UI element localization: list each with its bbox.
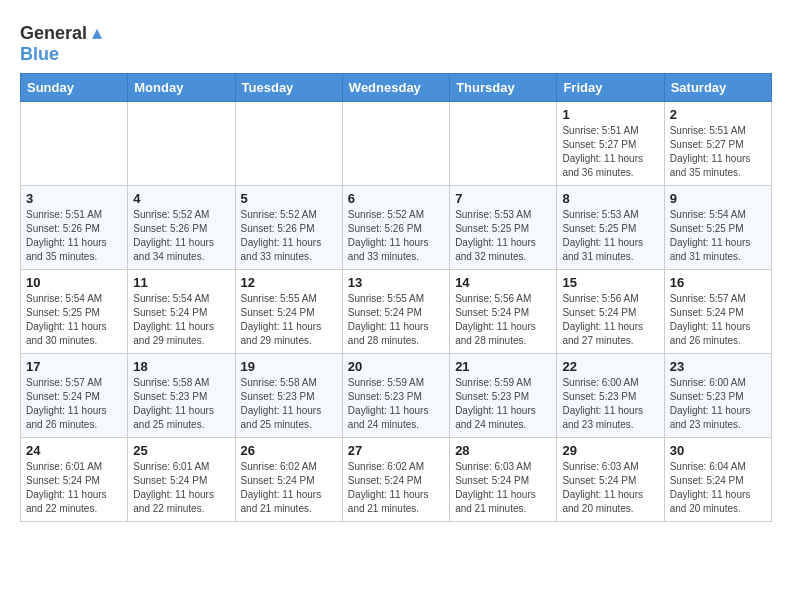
day-number: 23 xyxy=(670,359,766,374)
logo-bird-icon: ▴ xyxy=(92,21,102,43)
day-number: 10 xyxy=(26,275,122,290)
day-info: Sunrise: 5:54 AM Sunset: 5:25 PM Dayligh… xyxy=(670,208,766,264)
day-cell: 29Sunrise: 6:03 AM Sunset: 5:24 PM Dayli… xyxy=(557,438,664,522)
header-wednesday: Wednesday xyxy=(342,74,449,102)
header-sunday: Sunday xyxy=(21,74,128,102)
day-cell: 11Sunrise: 5:54 AM Sunset: 5:24 PM Dayli… xyxy=(128,270,235,354)
logo-text: General ▴ xyxy=(20,20,102,44)
day-number: 2 xyxy=(670,107,766,122)
day-number: 21 xyxy=(455,359,551,374)
day-number: 5 xyxy=(241,191,337,206)
page-header: General ▴ Blue xyxy=(20,20,772,65)
day-info: Sunrise: 5:52 AM Sunset: 5:26 PM Dayligh… xyxy=(133,208,229,264)
day-info: Sunrise: 5:57 AM Sunset: 5:24 PM Dayligh… xyxy=(26,376,122,432)
day-cell: 4Sunrise: 5:52 AM Sunset: 5:26 PM Daylig… xyxy=(128,186,235,270)
day-number: 27 xyxy=(348,443,444,458)
day-info: Sunrise: 5:51 AM Sunset: 5:27 PM Dayligh… xyxy=(562,124,658,180)
day-info: Sunrise: 5:54 AM Sunset: 5:24 PM Dayligh… xyxy=(133,292,229,348)
day-cell: 16Sunrise: 5:57 AM Sunset: 5:24 PM Dayli… xyxy=(664,270,771,354)
day-cell: 28Sunrise: 6:03 AM Sunset: 5:24 PM Dayli… xyxy=(450,438,557,522)
day-info: Sunrise: 5:56 AM Sunset: 5:24 PM Dayligh… xyxy=(455,292,551,348)
day-cell: 9Sunrise: 5:54 AM Sunset: 5:25 PM Daylig… xyxy=(664,186,771,270)
logo-blue: Blue xyxy=(20,44,59,64)
day-info: Sunrise: 5:54 AM Sunset: 5:25 PM Dayligh… xyxy=(26,292,122,348)
day-cell: 3Sunrise: 5:51 AM Sunset: 5:26 PM Daylig… xyxy=(21,186,128,270)
day-info: Sunrise: 6:01 AM Sunset: 5:24 PM Dayligh… xyxy=(26,460,122,516)
day-info: Sunrise: 5:52 AM Sunset: 5:26 PM Dayligh… xyxy=(241,208,337,264)
day-cell: 2Sunrise: 5:51 AM Sunset: 5:27 PM Daylig… xyxy=(664,102,771,186)
header-tuesday: Tuesday xyxy=(235,74,342,102)
day-cell: 24Sunrise: 6:01 AM Sunset: 5:24 PM Dayli… xyxy=(21,438,128,522)
day-number: 28 xyxy=(455,443,551,458)
day-info: Sunrise: 5:55 AM Sunset: 5:24 PM Dayligh… xyxy=(348,292,444,348)
day-number: 16 xyxy=(670,275,766,290)
day-cell: 21Sunrise: 5:59 AM Sunset: 5:23 PM Dayli… xyxy=(450,354,557,438)
day-info: Sunrise: 5:56 AM Sunset: 5:24 PM Dayligh… xyxy=(562,292,658,348)
day-cell: 13Sunrise: 5:55 AM Sunset: 5:24 PM Dayli… xyxy=(342,270,449,354)
day-number: 7 xyxy=(455,191,551,206)
day-info: Sunrise: 6:01 AM Sunset: 5:24 PM Dayligh… xyxy=(133,460,229,516)
day-info: Sunrise: 6:03 AM Sunset: 5:24 PM Dayligh… xyxy=(455,460,551,516)
day-info: Sunrise: 6:00 AM Sunset: 5:23 PM Dayligh… xyxy=(670,376,766,432)
header-friday: Friday xyxy=(557,74,664,102)
day-number: 26 xyxy=(241,443,337,458)
day-number: 25 xyxy=(133,443,229,458)
day-cell: 1Sunrise: 5:51 AM Sunset: 5:27 PM Daylig… xyxy=(557,102,664,186)
day-cell: 25Sunrise: 6:01 AM Sunset: 5:24 PM Dayli… xyxy=(128,438,235,522)
day-cell: 12Sunrise: 5:55 AM Sunset: 5:24 PM Dayli… xyxy=(235,270,342,354)
day-cell xyxy=(235,102,342,186)
day-cell: 15Sunrise: 5:56 AM Sunset: 5:24 PM Dayli… xyxy=(557,270,664,354)
day-number: 3 xyxy=(26,191,122,206)
logo: General ▴ Blue xyxy=(20,20,102,65)
day-cell xyxy=(342,102,449,186)
day-cell: 22Sunrise: 6:00 AM Sunset: 5:23 PM Dayli… xyxy=(557,354,664,438)
week-row-1: 3Sunrise: 5:51 AM Sunset: 5:26 PM Daylig… xyxy=(21,186,772,270)
day-info: Sunrise: 5:53 AM Sunset: 5:25 PM Dayligh… xyxy=(455,208,551,264)
day-info: Sunrise: 6:02 AM Sunset: 5:24 PM Dayligh… xyxy=(348,460,444,516)
day-number: 13 xyxy=(348,275,444,290)
week-row-3: 17Sunrise: 5:57 AM Sunset: 5:24 PM Dayli… xyxy=(21,354,772,438)
day-number: 8 xyxy=(562,191,658,206)
day-info: Sunrise: 6:02 AM Sunset: 5:24 PM Dayligh… xyxy=(241,460,337,516)
day-number: 4 xyxy=(133,191,229,206)
day-cell: 10Sunrise: 5:54 AM Sunset: 5:25 PM Dayli… xyxy=(21,270,128,354)
header-saturday: Saturday xyxy=(664,74,771,102)
day-number: 24 xyxy=(26,443,122,458)
week-row-0: 1Sunrise: 5:51 AM Sunset: 5:27 PM Daylig… xyxy=(21,102,772,186)
day-info: Sunrise: 5:59 AM Sunset: 5:23 PM Dayligh… xyxy=(455,376,551,432)
week-row-4: 24Sunrise: 6:01 AM Sunset: 5:24 PM Dayli… xyxy=(21,438,772,522)
day-number: 15 xyxy=(562,275,658,290)
header-monday: Monday xyxy=(128,74,235,102)
week-row-2: 10Sunrise: 5:54 AM Sunset: 5:25 PM Dayli… xyxy=(21,270,772,354)
day-cell: 6Sunrise: 5:52 AM Sunset: 5:26 PM Daylig… xyxy=(342,186,449,270)
day-info: Sunrise: 5:58 AM Sunset: 5:23 PM Dayligh… xyxy=(241,376,337,432)
logo-general: General xyxy=(20,23,87,43)
day-number: 6 xyxy=(348,191,444,206)
day-number: 17 xyxy=(26,359,122,374)
day-number: 1 xyxy=(562,107,658,122)
day-info: Sunrise: 5:55 AM Sunset: 5:24 PM Dayligh… xyxy=(241,292,337,348)
day-cell: 23Sunrise: 6:00 AM Sunset: 5:23 PM Dayli… xyxy=(664,354,771,438)
calendar-header-row: SundayMondayTuesdayWednesdayThursdayFrid… xyxy=(21,74,772,102)
day-cell: 27Sunrise: 6:02 AM Sunset: 5:24 PM Dayli… xyxy=(342,438,449,522)
calendar-table: SundayMondayTuesdayWednesdayThursdayFrid… xyxy=(20,73,772,522)
day-cell: 26Sunrise: 6:02 AM Sunset: 5:24 PM Dayli… xyxy=(235,438,342,522)
day-cell: 19Sunrise: 5:58 AM Sunset: 5:23 PM Dayli… xyxy=(235,354,342,438)
day-info: Sunrise: 5:52 AM Sunset: 5:26 PM Dayligh… xyxy=(348,208,444,264)
day-info: Sunrise: 5:57 AM Sunset: 5:24 PM Dayligh… xyxy=(670,292,766,348)
day-number: 9 xyxy=(670,191,766,206)
day-cell: 20Sunrise: 5:59 AM Sunset: 5:23 PM Dayli… xyxy=(342,354,449,438)
day-info: Sunrise: 5:58 AM Sunset: 5:23 PM Dayligh… xyxy=(133,376,229,432)
day-cell xyxy=(450,102,557,186)
day-number: 30 xyxy=(670,443,766,458)
day-info: Sunrise: 5:53 AM Sunset: 5:25 PM Dayligh… xyxy=(562,208,658,264)
day-number: 20 xyxy=(348,359,444,374)
header-thursday: Thursday xyxy=(450,74,557,102)
day-cell xyxy=(128,102,235,186)
day-info: Sunrise: 6:00 AM Sunset: 5:23 PM Dayligh… xyxy=(562,376,658,432)
day-info: Sunrise: 5:59 AM Sunset: 5:23 PM Dayligh… xyxy=(348,376,444,432)
day-number: 29 xyxy=(562,443,658,458)
day-info: Sunrise: 5:51 AM Sunset: 5:27 PM Dayligh… xyxy=(670,124,766,180)
day-number: 22 xyxy=(562,359,658,374)
day-cell: 18Sunrise: 5:58 AM Sunset: 5:23 PM Dayli… xyxy=(128,354,235,438)
